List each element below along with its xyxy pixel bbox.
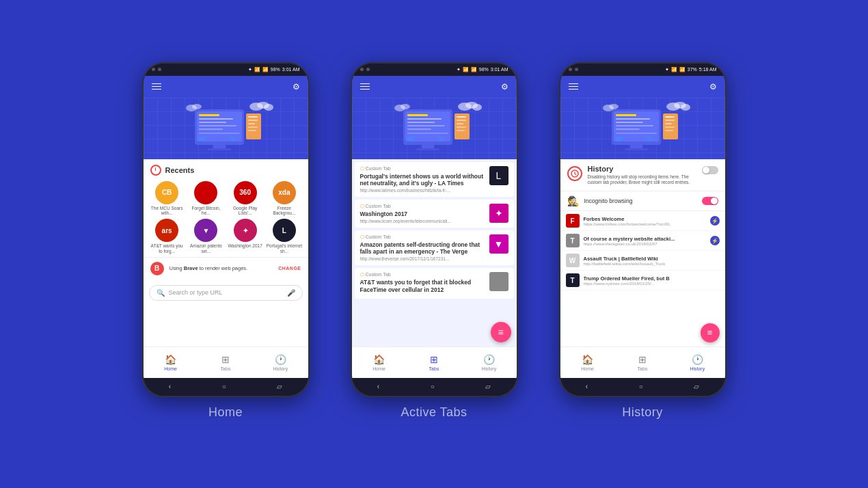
nav-item-history[interactable]: 🕐 History xyxy=(461,347,516,378)
svg-rect-4 xyxy=(199,122,226,123)
back-button[interactable]: ‹ xyxy=(586,383,588,390)
history-item[interactable]: W Assault Truck | Battlefield Wiki http:… xyxy=(560,251,725,271)
hero-banner xyxy=(560,98,725,159)
nav-item-home[interactable]: 🏠 Home xyxy=(352,347,407,378)
nav-label-home: Home xyxy=(164,366,177,371)
history-item-url: https://www.theregister.co.uk/2018/02/07 xyxy=(584,242,706,246)
home-button[interactable]: ○ xyxy=(222,383,226,390)
phone-label-home: Home xyxy=(208,405,243,420)
gear-icon[interactable]: ⚙ xyxy=(709,82,717,92)
tab-card[interactable]: ⬡ Custom Tab Portugal's internet shows u… xyxy=(355,162,514,197)
bottom-nav: 🏠 Home ⊞ Tabs 🕐 History xyxy=(560,347,725,378)
hamburger-icon[interactable] xyxy=(152,83,161,90)
tab-card[interactable]: ⬡ Custom Tab Amazon patents self-destruc… xyxy=(355,230,514,265)
app-header: ⚙ xyxy=(560,76,725,98)
nav-item-home[interactable]: 🏠 Home xyxy=(560,347,615,378)
hamburger-icon[interactable] xyxy=(360,83,370,90)
back-button[interactable]: ‹ xyxy=(169,383,171,390)
nav-item-tabs[interactable]: ⊞ Tabs xyxy=(407,347,461,378)
status-bar: ✦ 📶 📶 98% 3:01 AM xyxy=(144,64,308,76)
nav-label-history: History xyxy=(481,366,496,371)
nav-icon-tabs: ⊞ xyxy=(221,354,230,365)
svg-rect-63 xyxy=(665,130,673,131)
svg-rect-39 xyxy=(457,126,466,128)
nav-item-tabs[interactable]: ⊞ Tabs xyxy=(615,347,670,378)
nav-label-history: History xyxy=(690,366,705,371)
gear-icon[interactable]: ⚙ xyxy=(501,82,508,92)
nav-icon-history: 🕐 xyxy=(483,354,495,365)
history-item-info: Forbes Welcome https://www.forbes.com/fo… xyxy=(584,216,706,226)
nav-icon-history: 🕐 xyxy=(275,354,286,365)
battery-pct: 37% xyxy=(688,67,697,72)
bluetooth-icon: ✦ xyxy=(457,67,461,72)
svg-rect-38 xyxy=(457,123,463,124)
svg-rect-2 xyxy=(199,114,219,116)
incognito-toggle[interactable] xyxy=(702,197,718,205)
tab-card[interactable]: ⬡ Custom Tab AT&T wants you to forget th… xyxy=(355,268,514,298)
history-item[interactable]: T Trump Ordered Mueller Fired, but B htt… xyxy=(560,271,725,290)
app-header: ⚙ xyxy=(352,76,517,98)
recents-button[interactable]: ▱ xyxy=(485,383,491,390)
history-toggle[interactable] xyxy=(702,166,718,174)
tab-title: Amazon patents self-destructing drone th… xyxy=(360,241,485,255)
svg-rect-5 xyxy=(199,125,236,126)
android-nav: ‹ ○ ▱ xyxy=(560,378,725,396)
recent-icon: xda xyxy=(273,181,296,204)
recent-label: Amazon patents sel... xyxy=(188,243,224,254)
svg-rect-51 xyxy=(616,125,653,126)
bottom-nav: 🏠 Home ⊞ Tabs 🕐 History xyxy=(352,347,517,378)
nav-item-home[interactable]: 🏠 Home xyxy=(144,347,198,378)
svg-rect-25 xyxy=(407,114,428,116)
recent-item[interactable]: arsAT&T wants you to forg... xyxy=(149,219,185,254)
history-fab-button[interactable]: ≡ xyxy=(701,323,720,342)
svg-point-43 xyxy=(472,104,482,111)
tab-source: ⬡ Custom Tab xyxy=(360,272,485,277)
history-item-action[interactable]: ⚡ xyxy=(710,236,720,245)
history-item[interactable]: F Forbes Welcome https://www.forbes.com/… xyxy=(560,211,725,231)
svg-rect-16 xyxy=(248,126,258,128)
nav-label-tabs: Tabs xyxy=(221,366,231,371)
nav-item-history[interactable]: 🕐 History xyxy=(670,347,724,378)
nav-item-history[interactable]: 🕐 History xyxy=(253,347,308,378)
home-button[interactable]: ○ xyxy=(639,383,643,390)
tab-card[interactable]: ⬡ Custom Tab Washington 2017 http://www.… xyxy=(355,200,514,228)
home-button[interactable]: ○ xyxy=(431,383,435,390)
back-button[interactable]: ‹ xyxy=(377,383,379,390)
recent-item[interactable]: ✦Washington 2017 xyxy=(227,219,263,254)
recent-item[interactable]: LPortugal's internet sh... xyxy=(266,219,302,254)
recent-item[interactable]: xdaFreeze Backgrou... xyxy=(266,181,302,217)
tab-url: http://www.iicom.org/events/telecommunic… xyxy=(360,219,485,223)
nav-item-tabs[interactable]: ⊞ Tabs xyxy=(198,347,253,378)
nav-icon-tabs: ⊞ xyxy=(430,354,438,365)
svg-rect-17 xyxy=(248,130,256,131)
history-item-action[interactable]: ⚡ xyxy=(710,216,720,226)
recent-item[interactable]: ▼Amazon patents sel... xyxy=(188,219,224,254)
screen-history: ⚙ ≡ History xyxy=(560,76,725,378)
mic-icon[interactable]: 🎤 xyxy=(287,289,295,297)
svg-point-66 xyxy=(681,104,690,111)
nav-label-home: Home xyxy=(372,366,385,371)
change-button[interactable]: CHANGE xyxy=(278,266,301,271)
gear-icon[interactable]: ⚙ xyxy=(293,82,300,92)
recent-item[interactable]: Forget Bitcoin, he... xyxy=(188,181,224,217)
svg-point-20 xyxy=(264,104,273,111)
recent-label: Freeze Backgrou... xyxy=(266,206,302,217)
signal-icon: 📶 xyxy=(679,67,686,72)
recent-item[interactable]: CBThe MCU Soars with... xyxy=(149,181,185,217)
phones-row: ✦ 📶 📶 98% 3:01 AM ⚙ xyxy=(142,62,727,420)
history-item[interactable]: T Of course a mystery website attacki...… xyxy=(560,231,725,251)
brave-logo: B xyxy=(150,262,164,275)
camera-dot xyxy=(158,68,161,71)
recents-button[interactable]: ▱ xyxy=(277,383,282,390)
recent-item[interactable]: 360Google Play Lists'... xyxy=(227,181,263,217)
search-input[interactable]: Search or type URL xyxy=(169,289,283,296)
recent-label: The MCU Soars with... xyxy=(149,206,185,217)
fab-button[interactable]: ≡ xyxy=(491,322,511,342)
recent-label: Forget Bitcoin, he... xyxy=(188,206,224,217)
time-display: 3:01 AM xyxy=(491,67,508,72)
recents-button[interactable]: ▱ xyxy=(694,383,699,390)
svg-rect-13 xyxy=(248,116,258,118)
search-bar[interactable]: 🔍 Search or type URL 🎤 xyxy=(149,285,303,301)
hamburger-icon[interactable] xyxy=(569,83,578,90)
tab-thumb: ✦ xyxy=(489,204,508,223)
